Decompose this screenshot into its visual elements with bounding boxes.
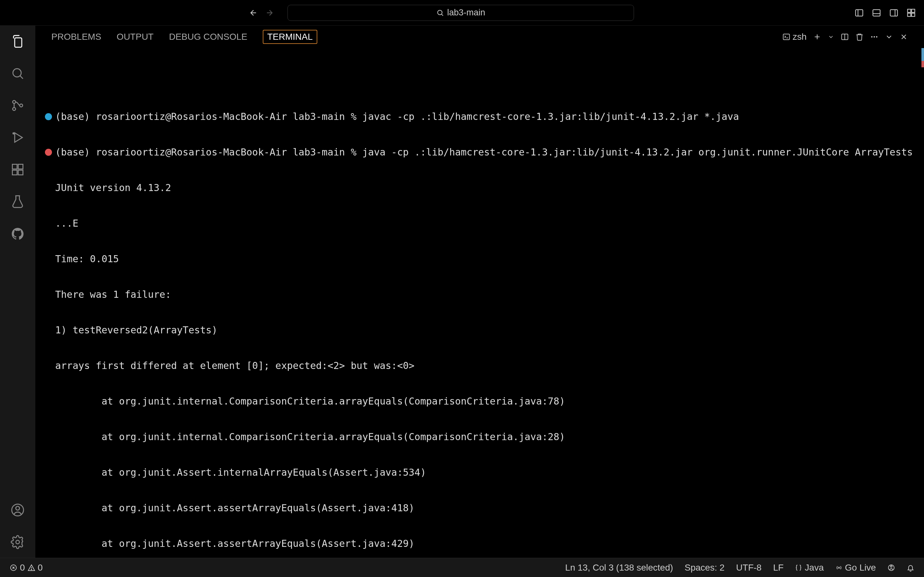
- svg-rect-1: [856, 10, 863, 16]
- terminal-line: at org.junit.Assert.assertArrayEquals(As…: [55, 538, 415, 550]
- svg-point-30: [31, 569, 32, 570]
- svg-rect-23: [783, 34, 790, 39]
- bell-icon: [907, 564, 914, 572]
- search-icon: [436, 9, 444, 17]
- status-encoding[interactable]: UTF-8: [736, 562, 761, 573]
- search-activity-icon[interactable]: [10, 65, 26, 81]
- settings-gear-icon[interactable]: [10, 534, 26, 550]
- status-eol[interactable]: LF: [773, 562, 784, 573]
- extensions-icon[interactable]: [10, 161, 26, 177]
- close-icon: [900, 33, 908, 41]
- svg-rect-8: [911, 9, 915, 12]
- testing-icon[interactable]: [10, 193, 26, 210]
- svg-point-21: [16, 506, 19, 510]
- status-feedback[interactable]: [887, 564, 895, 572]
- terminal-line: (base) rosarioortiz@Rosarios-MacBook-Air…: [55, 111, 739, 122]
- svg-rect-7: [908, 9, 911, 12]
- terminal-status-dot-error-icon: [45, 149, 52, 156]
- run-debug-icon[interactable]: [10, 129, 26, 145]
- svg-rect-3: [873, 10, 880, 16]
- svg-point-33: [891, 566, 892, 567]
- svg-point-0: [438, 10, 442, 15]
- tab-problems[interactable]: PROBLEMS: [51, 30, 102, 44]
- accounts-icon[interactable]: [10, 502, 26, 518]
- svg-point-26: [871, 36, 872, 37]
- panel-tabs: PROBLEMS OUTPUT DEBUG CONSOLE TERMINAL z…: [35, 26, 924, 48]
- status-problems[interactable]: 0 0: [10, 562, 43, 573]
- warning-count: 0: [38, 562, 43, 573]
- svg-point-27: [874, 36, 875, 37]
- terminal-view[interactable]: (base) rosarioortiz@Rosarios-MacBook-Air…: [35, 48, 924, 558]
- status-indent[interactable]: Spaces: 2: [685, 562, 725, 573]
- svg-rect-19: [18, 164, 23, 169]
- explorer-icon[interactable]: [10, 33, 26, 49]
- nav-back-button[interactable]: [247, 6, 260, 19]
- tab-terminal[interactable]: TERMINAL: [263, 30, 317, 44]
- tab-output[interactable]: OUTPUT: [117, 30, 153, 44]
- terminal-line: at org.junit.Assert.internalArrayEquals(…: [55, 466, 426, 478]
- svg-rect-17: [12, 170, 17, 175]
- status-bar: 0 0 Ln 13, Col 3 (138 selected) Spaces: …: [0, 558, 924, 577]
- toggle-primary-sidebar-button[interactable]: [853, 6, 866, 19]
- svg-point-11: [13, 69, 21, 77]
- status-language[interactable]: Java: [795, 562, 824, 573]
- status-notifications[interactable]: [907, 564, 914, 572]
- plus-icon: [813, 33, 821, 41]
- panel-more-button[interactable]: [870, 33, 879, 41]
- toggle-panel-button[interactable]: [870, 6, 883, 19]
- terminal-line: arrays first differed at element [0]; ex…: [55, 359, 415, 372]
- terminal-line: 1) testReversed2(ArrayTests): [55, 324, 218, 336]
- svg-point-31: [838, 567, 840, 568]
- command-center-search[interactable]: lab3-main: [288, 5, 634, 21]
- toggle-secondary-sidebar-button[interactable]: [887, 6, 900, 19]
- chevron-down-icon: [828, 34, 834, 40]
- svg-point-13: [13, 107, 15, 110]
- tab-debug-console[interactable]: DEBUG CONSOLE: [169, 30, 247, 44]
- error-count: 0: [20, 562, 25, 573]
- terminal-status-dot-success-icon: [45, 113, 52, 120]
- chevron-down-icon: [885, 33, 893, 41]
- svg-point-14: [19, 104, 23, 107]
- close-panel-button[interactable]: [900, 33, 908, 41]
- svg-rect-16: [12, 164, 17, 169]
- trash-icon: [855, 33, 864, 41]
- panel-chevron-button[interactable]: [885, 33, 893, 41]
- github-icon[interactable]: [10, 226, 26, 242]
- svg-rect-9: [908, 13, 911, 16]
- shell-label: zsh: [792, 32, 806, 42]
- error-circle-icon: [10, 564, 17, 572]
- split-icon: [841, 33, 849, 41]
- customize-layout-button[interactable]: [905, 6, 918, 19]
- search-text: lab3-main: [447, 8, 485, 18]
- terminal-line: at org.junit.internal.ComparisonCriteria…: [55, 395, 565, 407]
- svg-point-22: [16, 540, 19, 544]
- terminal-line: Time: 0.015: [55, 253, 119, 265]
- title-bar: lab3-main: [0, 0, 924, 26]
- svg-rect-18: [18, 170, 23, 175]
- svg-point-28: [876, 36, 877, 37]
- terminal-line: at org.junit.Assert.assertArrayEquals(As…: [55, 502, 415, 514]
- terminal-profile-icon: [782, 33, 790, 41]
- terminal-line: There was 1 failure:: [55, 288, 171, 300]
- braces-icon: [795, 564, 802, 571]
- activity-bar: [0, 26, 35, 558]
- terminal-line: JUnit version 4.13.2: [55, 182, 171, 193]
- source-control-icon[interactable]: [10, 97, 26, 113]
- split-terminal-button[interactable]: [841, 33, 849, 41]
- status-go-live[interactable]: Go Live: [835, 562, 876, 573]
- new-terminal-dropdown[interactable]: [828, 34, 834, 40]
- nav-forward-button[interactable]: [263, 6, 276, 19]
- terminal-launch-profile[interactable]: zsh: [782, 32, 806, 42]
- kill-terminal-button[interactable]: [855, 33, 864, 41]
- panel-area: PROBLEMS OUTPUT DEBUG CONSOLE TERMINAL z…: [35, 26, 924, 558]
- broadcast-icon: [835, 564, 843, 571]
- terminal-line: (base) rosarioortiz@Rosarios-MacBook-Air…: [55, 146, 913, 158]
- status-cursor-pos[interactable]: Ln 13, Col 3 (138 selected): [565, 562, 673, 573]
- svg-point-15: [13, 133, 14, 134]
- overview-ruler-marker: [921, 48, 924, 61]
- feedback-icon: [887, 564, 895, 572]
- more-icon: [870, 33, 879, 41]
- overview-ruler-marker-error: [921, 61, 924, 67]
- new-terminal-button[interactable]: [813, 33, 821, 41]
- svg-point-12: [13, 100, 15, 103]
